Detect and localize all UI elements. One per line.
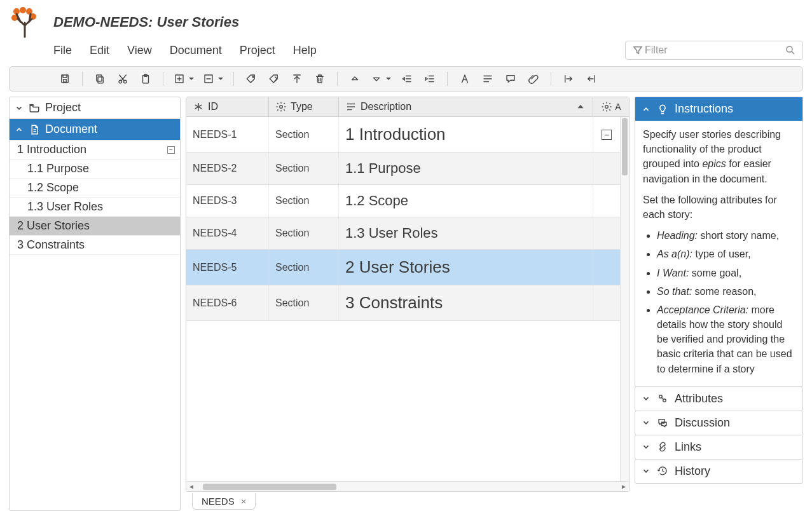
comment-button[interactable] [500,69,521,88]
cell-description: 1.3 User Roles [339,217,593,249]
table-row[interactable]: NEEDS-1Section1 Introduction− [186,117,620,153]
cell-description: 1.1 Purpose [339,153,593,184]
nav-item[interactable]: 1.1 Purpose [10,160,180,179]
column-description[interactable]: Description [339,97,593,116]
collapse-width-button[interactable] [581,69,602,88]
menu-project[interactable]: Project [240,44,275,57]
tag-up-button[interactable] [286,69,308,88]
menu-help[interactable]: Help [293,44,317,57]
outdent-button[interactable] [396,69,418,88]
attachment-button[interactable] [523,69,544,88]
copy-icon [94,73,106,85]
close-icon[interactable]: × [241,496,247,507]
cell-description: 1 Introduction [339,117,593,152]
instruction-bullet: Heading: short story name, [657,228,795,243]
tag-icon [245,73,257,85]
save-icon [59,73,71,85]
menu-edit[interactable]: Edit [90,44,109,57]
nav-project[interactable]: Project [10,97,180,119]
tag-button[interactable] [240,69,262,88]
instruction-bullet: So that: some reason, [657,284,795,299]
cell-id: NEEDS-3 [186,185,269,217]
side-section-links[interactable]: Links [635,435,802,459]
column-id[interactable]: ID [186,97,269,116]
remove-row-button[interactable] [199,69,227,88]
tree-collapse-icon[interactable]: − [167,146,175,154]
filter-input[interactable] [643,44,785,57]
nav-document[interactable]: Document [10,119,180,140]
table-row[interactable]: NEEDS-6Section3 Constraints [186,285,620,321]
column-type[interactable]: Type [269,97,339,116]
side-section-attributes[interactable]: Attributes [635,387,802,411]
nav-item-label: 1.2 Scope [27,181,79,194]
delete-button[interactable] [309,69,331,88]
nav-item[interactable]: 2 User Stories [10,217,180,236]
tag-forward-button[interactable] [263,69,285,88]
table-row[interactable]: NEEDS-5Section2 User Stories [186,250,620,285]
nav-item-label: 3 Constraints [17,238,85,252]
app-title: DEMO-NEEDS: User Stories [53,14,239,31]
format-text-icon [459,73,471,85]
document-tab[interactable]: NEEDS× [192,493,256,510]
vertical-scrollbar[interactable] [620,117,629,481]
menu-document[interactable]: Document [170,44,222,57]
table-row[interactable]: NEEDS-4Section1.3 User Roles [186,217,620,250]
svg-rect-8 [98,77,103,83]
menu-view[interactable]: View [127,44,152,57]
filter-box[interactable] [625,41,803,60]
table-row[interactable]: NEEDS-2Section1.1 Purpose [186,153,620,185]
save-button[interactable] [54,69,76,88]
lines-icon [345,101,357,112]
tab-label: NEEDS [202,496,235,507]
move-up-icon [349,73,361,85]
cell-id: NEEDS-5 [186,250,269,285]
tag-up-icon [291,73,303,85]
asterisk-icon [193,101,204,112]
instructions-body: Specify user stories describing function… [635,121,802,386]
cell-type: Section [269,153,339,184]
expand-width-button[interactable] [558,69,579,88]
tag-forward-icon [268,73,280,85]
cut-button[interactable] [112,69,134,88]
search-icon [785,44,796,56]
column-actions[interactable]: A [593,97,629,116]
svg-rect-7 [64,79,67,83]
side-section-instructions[interactable]: Instructions [635,97,802,121]
paste-button[interactable] [135,69,156,88]
cell-description: 3 Constraints [339,285,593,320]
gear-icon [601,101,612,112]
side-section-discussion[interactable]: Discussion [635,411,802,435]
chevron-down-icon [642,467,650,475]
side-instructions-title: Instructions [675,102,733,116]
cell-actions [593,285,620,320]
comment-icon [505,73,516,85]
table-row[interactable]: NEEDS-3Section1.2 Scope [186,185,620,217]
cell-id: NEEDS-4 [186,217,269,249]
format-text-button[interactable] [454,69,476,88]
delete-icon [314,73,326,85]
move-down-button[interactable] [367,69,395,88]
add-row-button[interactable] [170,69,198,88]
cell-id: NEEDS-6 [186,285,269,320]
nav-item[interactable]: 1.2 Scope [10,179,180,198]
cell-type: Section [269,285,339,320]
nav-item[interactable]: 1.3 User Roles [10,198,180,217]
outdent-icon [401,73,413,85]
collapse-row-icon[interactable]: − [602,130,612,140]
cell-actions: − [593,117,620,152]
move-up-button[interactable] [344,69,366,88]
move-down-icon [371,73,382,85]
nav-item[interactable]: 3 Constraints [10,236,180,255]
side-section-history[interactable]: History [635,460,802,483]
cell-type: Section [269,117,339,152]
gear-icon [275,101,287,112]
lightbulb-icon [657,104,668,115]
nav-item[interactable]: 1 Introduction− [10,140,180,160]
cell-description: 2 User Stories [339,250,593,285]
side-section-label: Attributes [675,392,723,405]
align-button[interactable] [477,69,499,88]
horizontal-scrollbar[interactable]: ◄ ► [186,481,629,491]
menu-file[interactable]: File [53,44,72,57]
indent-button[interactable] [419,69,441,88]
copy-button[interactable] [89,69,111,88]
